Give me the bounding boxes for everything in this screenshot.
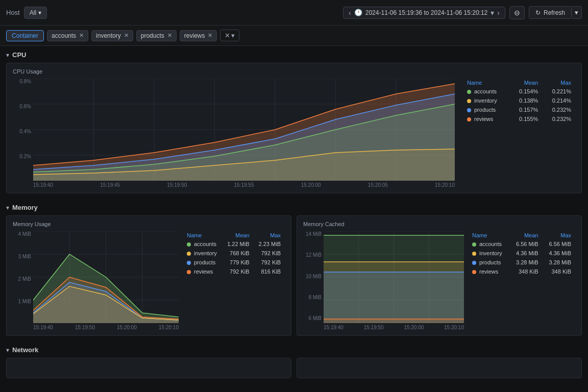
table-row: accounts 1.22 MiB 2.23 MiB <box>183 239 285 249</box>
refresh-group: ↻ Refresh ▾ <box>529 6 582 19</box>
table-row: accounts 0.154% 0.221% <box>463 87 575 96</box>
memory-cached-panel: Memory Cached 14 MiB 12 MiB 10 MiB 8 MiB… <box>297 215 582 336</box>
table-row: inventory 768 KiB 792 KiB <box>183 249 285 258</box>
table-row: reviews 348 KiB 348 KiB <box>468 267 575 276</box>
refresh-button[interactable]: ↻ Refresh <box>529 6 572 19</box>
memory-cached-legend: Name Mean Max accounts 6.56 MiB 6.56 MiB <box>468 231 575 330</box>
cpu-section: ▾ CPU CPU Usage 0.8% 0.6% 0.4% 0.2% <box>0 46 588 193</box>
memory-usage-xaxis: 15:19:40 15:19:50 15:20:00 15:20:10 <box>33 325 179 330</box>
chevron-down-icon: ▾ <box>6 52 9 59</box>
table-row: inventory 0.138% 0.214% <box>463 96 575 105</box>
cpu-chart-title: CPU Usage <box>13 68 575 75</box>
chevron-down-icon: ▾ <box>38 9 41 16</box>
cpu-section-header[interactable]: ▾ CPU <box>6 51 582 59</box>
memory-usage-chart: 4 MiB 3 MiB 2 MiB 1 MiB <box>13 231 179 330</box>
chevron-down-icon[interactable]: ▾ <box>491 9 494 16</box>
memory-section: ▾ Memory Memory Usage 4 MiB 3 MiB 2 MiB … <box>0 199 588 336</box>
cpu-chart-main: 15:19:40 15:19:45 15:19:50 15:19:55 15:2… <box>33 79 455 188</box>
cpu-xaxis: 15:19:40 15:19:45 15:19:50 15:19:55 15:2… <box>33 182 455 188</box>
remove-inventory-filter[interactable]: ✕ <box>124 32 129 39</box>
svg-marker-41 <box>324 319 464 323</box>
memory-panels: Memory Usage 4 MiB 3 MiB 2 MiB 1 MiB <box>6 215 582 336</box>
memory-cached-chart-main: 15:19:40 15:19:50 15:20:00 15:20:10 <box>324 231 464 330</box>
memory-cached-yaxis: 14 MiB 12 MiB 10 MiB 8 MiB 6 MiB <box>303 231 322 330</box>
table-row: reviews 792 KiB 816 KiB <box>183 267 285 276</box>
memory-usage-yaxis: 4 MiB 3 MiB 2 MiB 1 MiB <box>13 231 31 330</box>
remove-accounts-filter[interactable]: ✕ <box>79 32 84 39</box>
memory-usage-title: Memory Usage <box>13 221 285 227</box>
accounts-color-dot <box>467 90 471 94</box>
cpu-chart-with-yaxis: 0.8% 0.6% 0.4% 0.2% <box>13 79 455 188</box>
cpu-chart-panel: CPU Usage 0.8% 0.6% 0.4% 0.2% <box>6 63 582 193</box>
zoom-out-button[interactable]: ⊖ <box>509 6 525 19</box>
table-row: inventory 4.36 MiB 4.36 MiB <box>468 249 575 258</box>
header: Host All ▾ ‹ 🕐 2024-11-06 15:19:36 to 20… <box>0 0 588 26</box>
filter-tag-accounts: accounts ✕ <box>47 30 88 41</box>
memory-usage-chart-main: 15:19:40 15:19:50 15:20:00 15:20:10 <box>33 231 179 330</box>
memory-cached-chart: 14 MiB 12 MiB 10 MiB 8 MiB 6 MiB <box>303 231 464 330</box>
network-section: ▾ Network <box>0 341 588 383</box>
memory-section-header[interactable]: ▾ Memory <box>6 204 582 211</box>
refresh-icon: ↻ <box>535 9 541 16</box>
cpu-chart-svg <box>33 79 455 181</box>
close-icon: ✕ <box>225 32 230 39</box>
inventory-color-dot <box>467 99 471 103</box>
filter-tag-reviews: reviews ✕ <box>180 30 217 41</box>
remove-products-filter[interactable]: ✕ <box>167 32 172 39</box>
products-color-dot <box>467 108 471 112</box>
container-filter-button[interactable]: Container <box>6 30 44 41</box>
memory-cached-xaxis: 15:19:40 15:19:50 15:20:00 15:20:10 <box>324 325 464 330</box>
header-right: ‹ 🕐 2024-11-06 15:19:36 to 2024-11-06 15… <box>343 6 582 19</box>
all-dropdown[interactable]: All ▾ <box>24 7 47 19</box>
memory-cached-title: Memory Cached <box>303 221 575 227</box>
network-section-title: Network <box>12 346 38 354</box>
memory-usage-panel: Memory Usage 4 MiB 3 MiB 2 MiB 1 MiB <box>6 215 291 336</box>
reviews-color-dot <box>467 117 471 121</box>
filter-tag-products: products ✕ <box>136 30 177 41</box>
table-row: reviews 0.155% 0.232% <box>463 114 575 124</box>
memory-section-title: Memory <box>12 204 38 211</box>
memory-usage-legend: Name Mean Max accounts 1.22 MiB 2.23 MiB <box>183 231 285 330</box>
cpu-chart-svg-wrap: 0.8% 0.6% 0.4% 0.2% <box>13 79 455 188</box>
time-range: 2024-11-06 15:19:36 to 2024-11-06 15:20:… <box>365 9 488 16</box>
network-panel-left <box>6 358 291 378</box>
memory-cached-content: 14 MiB 12 MiB 10 MiB 8 MiB 6 MiB <box>303 231 575 330</box>
table-row: products 0.157% 0.232% <box>463 105 575 114</box>
host-label: Host <box>6 9 20 16</box>
remove-reviews-filter[interactable]: ✕ <box>208 32 212 39</box>
network-panel-right <box>297 358 582 378</box>
memory-usage-svg <box>33 231 179 323</box>
memory-cached-svg <box>324 231 464 323</box>
refresh-dropdown-button[interactable]: ▾ <box>572 6 582 19</box>
legend-max-header: Max <box>542 79 575 87</box>
svg-marker-40 <box>324 272 464 323</box>
time-nav: ‹ 🕐 2024-11-06 15:19:36 to 2024-11-06 15… <box>343 7 505 19</box>
cpu-chart-area: 0.8% 0.6% 0.4% 0.2% <box>13 79 575 188</box>
chevron-down-icon: ▾ <box>231 32 235 39</box>
filter-tag-inventory: inventory ✕ <box>91 30 133 41</box>
filter-bar: Container accounts ✕ inventory ✕ product… <box>0 26 588 46</box>
chevron-down-icon: ▾ <box>6 347 9 354</box>
clear-filters-button[interactable]: ✕ ▾ <box>220 30 239 41</box>
prev-arrow[interactable]: ‹ <box>349 9 351 16</box>
table-row: accounts 6.56 MiB 6.56 MiB <box>468 239 575 249</box>
network-panels <box>6 358 582 383</box>
table-row: products 779 KiB 792 KiB <box>183 258 285 267</box>
legend-name-header: Name <box>463 79 509 87</box>
chevron-down-icon: ▾ <box>6 204 9 211</box>
header-left: Host All ▾ <box>6 7 47 19</box>
table-row: products 3.28 MiB 3.28 MiB <box>468 258 575 267</box>
cpu-yaxis: 0.8% 0.6% 0.4% 0.2% <box>13 79 31 188</box>
legend-mean-header: Mean <box>509 79 543 87</box>
clock-icon: 🕐 <box>354 9 362 16</box>
next-arrow[interactable]: › <box>497 9 500 16</box>
memory-usage-content: 4 MiB 3 MiB 2 MiB 1 MiB <box>13 231 285 330</box>
cpu-section-title: CPU <box>12 51 26 59</box>
cpu-legend: Name Mean Max accounts 0.154% 0.221% inv… <box>463 79 575 124</box>
network-section-header[interactable]: ▾ Network <box>6 346 582 354</box>
